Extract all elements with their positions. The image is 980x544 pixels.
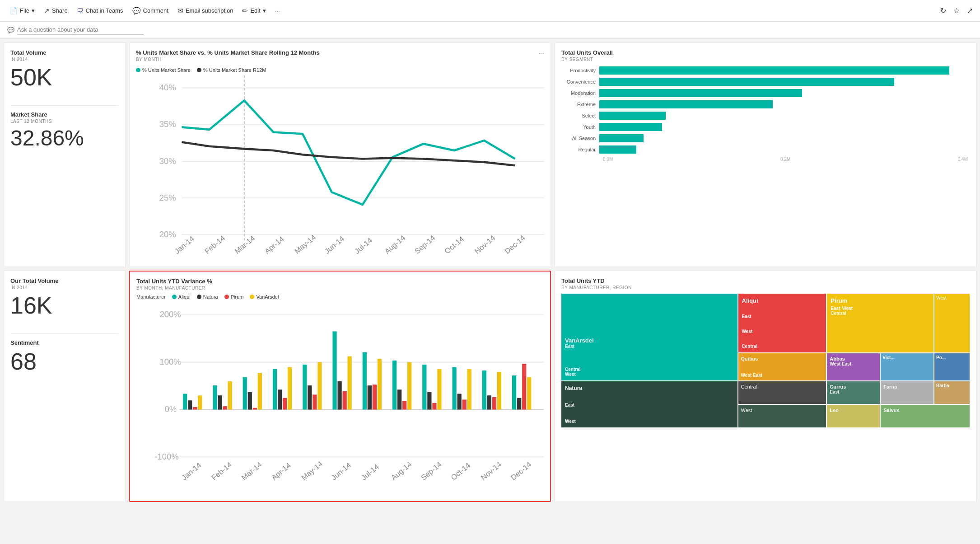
legend-dot-teal bbox=[136, 68, 140, 72]
svg-text:Feb-14: Feb-14 bbox=[203, 234, 226, 255]
treemap-cell-aliqui[interactable]: Aliqui East West Central bbox=[738, 294, 826, 352]
more-button[interactable]: ··· bbox=[271, 5, 284, 16]
legend-label-market-share: % Units Market Share bbox=[142, 67, 191, 73]
svg-rect-66 bbox=[437, 369, 441, 409]
svg-rect-35 bbox=[213, 385, 217, 409]
total-volume-section: Total Volume IN 2014 50K bbox=[10, 49, 119, 93]
file-label: File bbox=[20, 7, 29, 14]
kpi-bottom-card: Our Total Volume IN 2014 16K Sentiment 6… bbox=[4, 271, 126, 502]
legend-vanarsdel: VanArsdel bbox=[250, 294, 279, 300]
treemap-cell-leo[interactable]: Leo bbox=[827, 405, 880, 427]
market-share-value: 32.86% bbox=[10, 127, 119, 149]
treemap-cell-abbas[interactable]: Abbas West East bbox=[827, 353, 880, 380]
svg-rect-39 bbox=[243, 377, 247, 410]
legend-aliqui: Aliqui bbox=[172, 294, 191, 300]
hbar-track bbox=[599, 145, 968, 154]
treemap-cell-farna[interactable]: Farna bbox=[881, 381, 933, 404]
treemap-label: West bbox=[936, 295, 947, 300]
treemap-label: Natura bbox=[565, 385, 734, 391]
edit-chevron: ▾ bbox=[263, 7, 266, 14]
qa-input[interactable] bbox=[17, 25, 144, 35]
svg-text:40%: 40% bbox=[159, 83, 176, 92]
hbar-axis: 0.0M 0.2M 0.4M bbox=[563, 157, 968, 162]
treemap-card: Total Units YTD BY MANUFACTURER, REGION … bbox=[555, 271, 976, 502]
hbar-track bbox=[599, 123, 968, 131]
treemap-cell-vanarsdel[interactable]: VanArsdel East Central West bbox=[561, 294, 737, 380]
treemap-label: Pirum bbox=[831, 297, 930, 304]
svg-text:Jan-14: Jan-14 bbox=[180, 461, 203, 482]
treemap-cell-natura[interactable]: Natura East West bbox=[561, 381, 737, 427]
treemap-label: Currus bbox=[830, 384, 877, 389]
svg-rect-42 bbox=[258, 373, 262, 409]
treemap-cell-currus[interactable]: Currus East bbox=[827, 381, 880, 404]
treemap-label: Salvus bbox=[883, 408, 967, 413]
variance-legend: Manufacturer Aliqui Natura Pirum VanArsd… bbox=[136, 294, 544, 300]
treemap-cell-vict[interactable]: Vict... bbox=[881, 353, 933, 380]
svg-text:25%: 25% bbox=[159, 193, 176, 202]
svg-rect-65 bbox=[432, 403, 436, 410]
svg-rect-71 bbox=[482, 370, 486, 410]
treemap-label: Abbas bbox=[830, 356, 877, 361]
market-share-title: Market Share bbox=[10, 111, 119, 118]
treemap-cell-barba[interactable]: Barba bbox=[934, 381, 970, 404]
hbar-label: Regular bbox=[563, 147, 599, 152]
treemap-sub: East bbox=[565, 344, 734, 349]
treemap-label: Farna bbox=[883, 384, 931, 389]
treemap-pirum-regions: East West bbox=[831, 306, 930, 311]
line-chart-title-block: % Units Market Share vs. % Units Market … bbox=[136, 49, 320, 66]
svg-rect-61 bbox=[402, 401, 406, 409]
hbar-label: Youth bbox=[563, 124, 599, 130]
teams-icon: 🗨 bbox=[77, 7, 84, 14]
treemap-cell-po[interactable]: Po... bbox=[934, 353, 970, 380]
svg-rect-75 bbox=[512, 375, 516, 409]
treemap-cell-pirum[interactable]: Pirum East West Central bbox=[827, 294, 933, 352]
fullscreen-icon[interactable]: ⤢ bbox=[965, 5, 975, 17]
treemap-cell-salvus[interactable]: Salvus bbox=[881, 405, 970, 427]
legend-natura: Natura bbox=[197, 294, 218, 300]
dashboard: Total Volume IN 2014 50K Market Share LA… bbox=[0, 39, 980, 506]
hbar-row-select: Select bbox=[563, 112, 968, 120]
share-label: Share bbox=[52, 7, 68, 14]
hbar-label: Convenience bbox=[563, 79, 599, 84]
hbar-fill bbox=[599, 66, 949, 75]
treemap-sub2: West bbox=[565, 419, 734, 424]
svg-rect-50 bbox=[317, 362, 322, 409]
legend-label-pirum: Pirum bbox=[231, 294, 244, 300]
treemap-cell-west[interactable]: West bbox=[738, 405, 826, 427]
treemap-label: Po... bbox=[936, 355, 968, 360]
file-menu[interactable]: 📄 File ▾ bbox=[5, 5, 38, 17]
svg-text:30%: 30% bbox=[159, 156, 176, 166]
email-subscription-button[interactable]: ✉ Email subscription bbox=[174, 5, 237, 17]
chat-in-teams-button[interactable]: 🗨 Chat in Teams bbox=[73, 5, 127, 16]
favorite-icon[interactable]: ☆ bbox=[952, 5, 961, 17]
treemap-cell-quibus[interactable]: Quibus West East bbox=[738, 353, 826, 380]
hbar-fill bbox=[599, 112, 666, 120]
share-button[interactable]: ↗ Share bbox=[40, 5, 71, 17]
line-chart-more-button[interactable]: ··· bbox=[538, 49, 544, 57]
svg-rect-53 bbox=[343, 391, 347, 409]
treemap-cell-central[interactable]: Central bbox=[738, 381, 826, 404]
svg-rect-74 bbox=[497, 372, 501, 409]
svg-rect-45 bbox=[283, 398, 287, 410]
svg-text:Jul-14: Jul-14 bbox=[359, 462, 381, 482]
bar-chart-subtitle: BY SEGMENT bbox=[561, 57, 970, 62]
treemap-label: Barba bbox=[936, 383, 968, 388]
treemap-sub: West East bbox=[830, 361, 877, 366]
hbar-track bbox=[599, 66, 968, 75]
svg-text:Jan-14: Jan-14 bbox=[173, 234, 196, 256]
edit-button[interactable]: ✏ Edit ▾ bbox=[238, 5, 269, 17]
line-chart-subtitle: BY MONTH bbox=[136, 57, 320, 62]
legend-pirum: Pirum bbox=[224, 294, 244, 300]
svg-rect-37 bbox=[223, 406, 227, 409]
svg-text:Oct-14: Oct-14 bbox=[443, 234, 466, 256]
treemap-sub-east: East bbox=[831, 306, 840, 311]
comment-button[interactable]: 💬 Comment bbox=[129, 5, 172, 17]
svg-text:Dec-14: Dec-14 bbox=[509, 460, 533, 482]
treemap-subtitle: BY MANUFACTURER, REGION bbox=[561, 285, 970, 290]
svg-text:Nov-14: Nov-14 bbox=[479, 460, 503, 482]
svg-rect-77 bbox=[522, 364, 526, 409]
svg-text:200%: 200% bbox=[160, 310, 181, 319]
refresh-icon[interactable]: ↻ bbox=[938, 5, 948, 17]
treemap-cell-small1[interactable]: West bbox=[934, 294, 970, 352]
hbar-label: Productivity bbox=[563, 68, 599, 73]
